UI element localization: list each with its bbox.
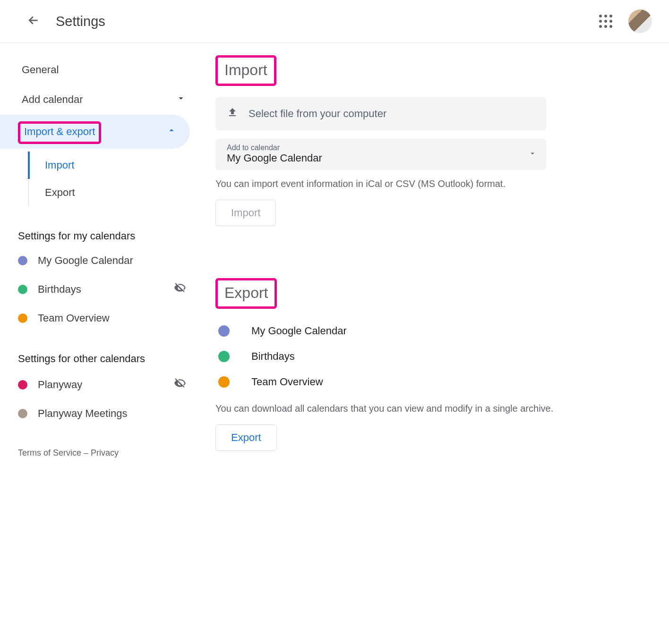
calendar-item[interactable]: Planyway [18, 370, 190, 400]
back-arrow-icon[interactable] [26, 13, 41, 29]
calendar-label: My Google Calendar [38, 254, 133, 267]
annotation-highlight: Import & export [18, 121, 101, 144]
visibility-off-icon [174, 377, 186, 392]
sidebar-item-general[interactable]: General [18, 55, 190, 85]
sidebar-item-import-export[interactable]: Import & export [0, 115, 190, 149]
sidebar-subitem-import[interactable]: Import [28, 152, 190, 179]
calendar-color-dot [218, 351, 230, 362]
calendar-color-dot [218, 376, 230, 388]
annotation-highlight: Export [215, 278, 277, 309]
chevron-down-icon [176, 93, 186, 106]
export-calendar-row: Birthdays [215, 344, 669, 369]
calendar-color-dot [218, 325, 230, 337]
select-value: My Google Calendar [227, 152, 322, 164]
sidebar-item-add-calendar[interactable]: Add calendar [18, 85, 190, 115]
sidebar-subitem-export[interactable]: Export [29, 179, 190, 206]
sidebar-label: General [22, 64, 59, 76]
page-title: Settings [56, 14, 599, 29]
export-button[interactable]: Export [215, 424, 277, 451]
sidebar-subitems: Import Export [28, 152, 190, 206]
annotation-highlight: Import [215, 55, 276, 86]
calendar-color-dot [18, 380, 27, 390]
header-bar: Settings [0, 0, 669, 43]
chevron-up-icon [166, 125, 177, 138]
calendar-item[interactable]: Planyway Meetings [18, 400, 190, 427]
privacy-link[interactable]: Privacy [91, 448, 119, 458]
calendar-label: Team Overview [251, 376, 323, 388]
select-label: Add to calendar [227, 144, 322, 152]
calendar-label: My Google Calendar [251, 325, 347, 337]
export-hint: You can download all calendars that you … [215, 403, 669, 414]
sidebar-label: Add calendar [22, 93, 83, 106]
export-calendar-row: My Google Calendar [215, 318, 669, 344]
calendar-color-dot [18, 314, 27, 323]
import-section-title: Import [215, 55, 669, 86]
calendar-color-dot [18, 285, 27, 294]
dropdown-caret-icon [528, 149, 537, 160]
calendar-color-dot [18, 256, 27, 265]
calendar-item[interactable]: Team Overview [18, 305, 190, 332]
select-file-label: Select file from your computer [249, 108, 386, 120]
select-file-button[interactable]: Select file from your computer [215, 97, 546, 130]
export-section: Export My Google CalendarBirthdaysTeam O… [215, 278, 669, 451]
add-to-calendar-select[interactable]: Add to calendar My Google Calendar [215, 139, 546, 170]
calendar-label: Team Overview [38, 312, 110, 324]
terms-link[interactable]: Terms of Service [18, 448, 81, 458]
user-avatar[interactable] [628, 9, 652, 33]
sidebar-heading-other-calendars: Settings for other calendars [18, 332, 190, 370]
calendar-item[interactable]: My Google Calendar [18, 247, 190, 274]
import-button[interactable]: Import [215, 200, 276, 226]
visibility-off-icon [174, 282, 186, 297]
sidebar-label: Import & export [24, 126, 95, 137]
sidebar-heading-my-calendars: Settings for my calendars [18, 209, 190, 247]
main-content: Import Select file from your computer Ad… [203, 55, 669, 458]
footer-links: Terms of Service – Privacy [18, 427, 190, 458]
calendar-item[interactable]: Birthdays [18, 274, 190, 305]
calendar-label: Planyway [38, 379, 82, 391]
upload-icon [227, 107, 238, 121]
calendar-color-dot [18, 409, 27, 418]
calendar-label: Planyway Meetings [38, 407, 128, 420]
export-calendar-row: Team Overview [215, 369, 669, 395]
apps-grid-icon[interactable] [599, 15, 612, 28]
calendar-label: Birthdays [38, 283, 81, 296]
calendar-label: Birthdays [251, 350, 295, 363]
import-hint: You can import event information in iCal… [215, 178, 669, 189]
settings-sidebar: General Add calendar Import & export Imp… [0, 55, 203, 458]
export-section-title: Export [215, 278, 669, 309]
